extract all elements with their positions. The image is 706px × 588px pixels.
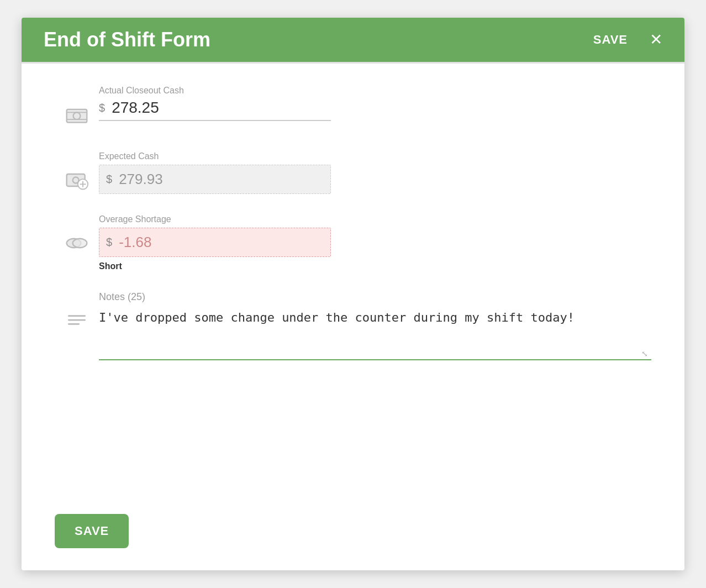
- actual-closeout-field: Actual Closeout Cash $: [99, 86, 651, 121]
- overage-shortage-icon: [65, 231, 89, 258]
- expected-cash-icon: [65, 168, 89, 195]
- notes-icon-col: [55, 291, 99, 336]
- overage-shortage-input-wrapper: $ -1.68: [99, 228, 331, 257]
- svg-rect-0: [67, 109, 87, 123]
- overage-shortage-value: -1.68: [119, 234, 324, 251]
- footer: SAVE: [22, 497, 684, 570]
- page-title: End of Shift Form: [44, 28, 210, 51]
- resize-handle-icon: ⤡: [641, 349, 649, 357]
- expected-cash-input-wrapper: $ 279.93: [99, 165, 331, 194]
- expected-cash-label: Expected Cash: [99, 151, 651, 161]
- actual-closeout-label: Actual Closeout Cash: [99, 86, 651, 96]
- shortage-status-label: Short: [99, 261, 651, 271]
- notes-row: Notes (25) ⤡: [55, 291, 651, 360]
- notes-wrapper: ⤡: [99, 309, 651, 360]
- header: End of Shift Form SAVE ✕: [22, 18, 684, 62]
- actual-closeout-currency: $: [99, 102, 105, 114]
- notes-field: Notes (25) ⤡: [99, 291, 651, 360]
- footer-save-button[interactable]: SAVE: [55, 514, 129, 548]
- actual-cash-icon-col: [55, 86, 99, 132]
- expected-cash-icon-col: [55, 151, 99, 195]
- notes-icon: [65, 308, 89, 336]
- expected-cash-field: Expected Cash $ 279.93: [99, 151, 651, 194]
- notes-label: Notes (25): [99, 291, 651, 303]
- overage-shortage-currency: $: [106, 236, 112, 249]
- notes-textarea[interactable]: [99, 309, 651, 354]
- expected-cash-row: Expected Cash $ 279.93: [55, 151, 651, 195]
- expected-cash-value: 279.93: [119, 171, 324, 188]
- actual-closeout-input-wrapper: $: [99, 99, 331, 121]
- modal-container: End of Shift Form SAVE ✕ Actual: [22, 18, 684, 570]
- overage-shortage-field: Overage Shortage $ -1.68 Short: [99, 214, 651, 271]
- actual-closeout-input[interactable]: [112, 99, 331, 117]
- overage-shortage-label: Overage Shortage: [99, 214, 651, 224]
- overage-shortage-icon-col: [55, 214, 99, 258]
- actual-closeout-row: Actual Closeout Cash $: [55, 86, 651, 132]
- form-content: Actual Closeout Cash $: [22, 64, 684, 497]
- header-save-button[interactable]: SAVE: [593, 33, 628, 47]
- header-close-button[interactable]: ✕: [650, 32, 662, 48]
- header-actions: SAVE ✕: [593, 32, 662, 48]
- expected-cash-currency: $: [106, 173, 112, 186]
- cash-icon: [65, 102, 89, 132]
- svg-point-10: [73, 239, 87, 248]
- overage-shortage-row: Overage Shortage $ -1.68 Short: [55, 214, 651, 271]
